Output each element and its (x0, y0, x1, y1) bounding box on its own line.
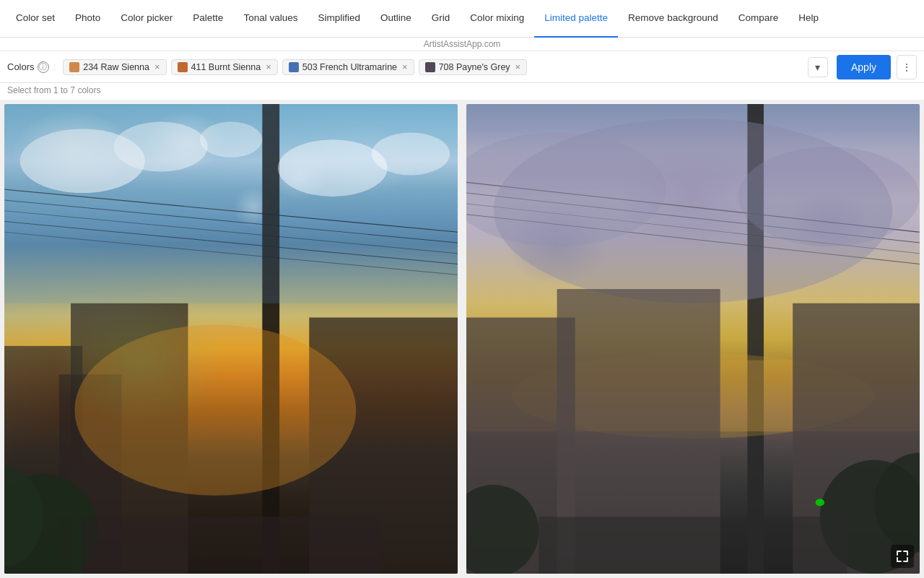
color-tag-label: 503 French Ultramarine (302, 62, 397, 72)
svg-point-29 (512, 353, 874, 439)
color-tag-tag-4[interactable]: 708 Payne's Grey× (419, 59, 528, 75)
nav-item-color-set[interactable]: Color set (6, 0, 65, 38)
info-icon[interactable]: ⓘ (38, 61, 49, 73)
svg-rect-30 (466, 317, 575, 574)
svg-point-26 (466, 132, 666, 246)
right-image (466, 104, 920, 574)
left-image-panel (4, 104, 458, 574)
nav-item-simplified[interactable]: Simplified (308, 0, 370, 38)
svg-point-10 (4, 474, 98, 574)
colors-text: Colors (7, 61, 35, 72)
svg-point-12 (74, 324, 356, 495)
svg-point-25 (494, 118, 893, 303)
nav-item-color-picker[interactable]: Color picker (110, 0, 183, 38)
nav-item-color-mixing[interactable]: Color mixing (460, 0, 534, 38)
nav-item-help[interactable]: Help (788, 0, 829, 38)
svg-rect-28 (466, 361, 920, 431)
color-tag-label: 234 Raw Sienna (83, 62, 149, 72)
apply-button[interactable]: Apply (837, 55, 891, 79)
svg-point-15 (114, 122, 208, 172)
wire-overlay-left (4, 104, 458, 574)
svg-line-23 (466, 204, 920, 254)
svg-point-14 (20, 129, 145, 193)
subtitle-text: Select from 1 to 7 colors (0, 83, 924, 100)
color-tag-remove[interactable]: × (154, 62, 160, 72)
svg-point-17 (372, 132, 450, 175)
images-area (0, 100, 924, 578)
svg-rect-20 (747, 104, 764, 574)
svg-line-2 (4, 200, 458, 243)
svg-point-27 (738, 147, 920, 246)
svg-rect-31 (557, 289, 720, 574)
svg-line-1 (4, 189, 458, 232)
color-swatch (178, 62, 188, 72)
fullscreen-button[interactable] (891, 545, 914, 568)
more-options-button[interactable]: ⋮ (897, 55, 917, 79)
nav-item-photo[interactable]: Photo (65, 0, 110, 38)
svg-point-16 (278, 139, 388, 197)
svg-rect-0 (262, 104, 279, 574)
color-swatch (69, 62, 79, 72)
svg-rect-19 (82, 517, 379, 574)
svg-point-37 (816, 499, 825, 506)
color-tag-remove[interactable]: × (515, 62, 521, 72)
color-tag-tag-2[interactable]: 411 Burnt Sienna× (171, 59, 278, 75)
svg-point-18 (200, 122, 263, 158)
colors-bar: Colors ⓘ : 234 Raw Sienna×411 Burnt Sien… (0, 51, 924, 83)
svg-line-5 (4, 232, 458, 275)
svg-line-24 (466, 215, 920, 264)
nav-item-remove-background[interactable]: Remove background (618, 0, 728, 38)
nav-item-tonal-values[interactable]: Tonal values (233, 0, 308, 38)
svg-line-22 (466, 193, 920, 243)
color-tag-tag-1[interactable]: 234 Raw Sienna× (63, 59, 166, 75)
nav-item-outline[interactable]: Outline (370, 0, 422, 38)
svg-rect-6 (4, 346, 82, 574)
svg-line-21 (466, 182, 920, 232)
svg-line-4 (4, 222, 458, 264)
svg-point-11 (4, 467, 43, 566)
svg-point-35 (466, 485, 539, 574)
color-tag-tag-3[interactable]: 503 French Ultramarine× (282, 59, 414, 75)
nav-item-compare[interactable]: Compare (728, 0, 789, 38)
watermark: ArtistAssistApp.com (0, 38, 924, 51)
color-tag-label: 708 Payne's Grey (439, 62, 510, 72)
svg-rect-8 (59, 374, 122, 574)
color-tags: 234 Raw Sienna×411 Burnt Sienna×503 Fren… (63, 59, 802, 75)
svg-line-3 (4, 211, 458, 254)
svg-rect-13 (4, 104, 458, 303)
color-tag-remove[interactable]: × (402, 62, 408, 72)
color-tag-remove[interactable]: × (266, 62, 271, 72)
top-nav: Color setPhotoColor pickerPaletteTonal v… (0, 0, 924, 38)
nav-item-palette[interactable]: Palette (183, 0, 233, 38)
nav-item-grid[interactable]: Grid (422, 0, 461, 38)
svg-rect-32 (793, 303, 920, 574)
color-swatch (289, 62, 299, 72)
svg-rect-36 (539, 517, 847, 574)
colors-label: Colors ⓘ : (7, 61, 57, 73)
svg-rect-7 (71, 303, 188, 574)
left-image (4, 104, 458, 574)
svg-rect-9 (309, 317, 458, 574)
nav-item-limited-palette[interactable]: Limited palette (534, 0, 618, 38)
color-swatch (425, 62, 435, 72)
right-image-panel (466, 104, 920, 574)
wire-overlay-right (466, 104, 920, 574)
color-tag-label: 411 Burnt Sienna (191, 62, 261, 72)
dropdown-arrow-icon[interactable]: ▾ (808, 57, 828, 77)
svg-point-34 (874, 453, 920, 553)
